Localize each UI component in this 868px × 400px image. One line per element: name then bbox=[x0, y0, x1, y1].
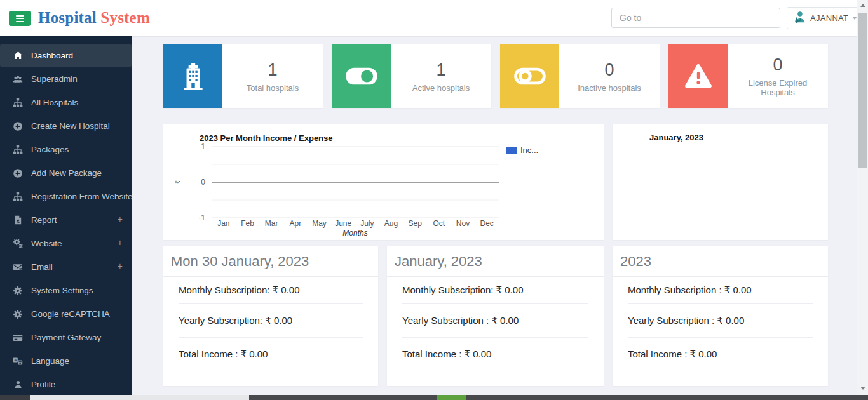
top-header: Hospital System AJANNAT bbox=[0, 0, 868, 36]
x-tick-label: Aug bbox=[384, 219, 398, 228]
warning-icon bbox=[668, 44, 728, 108]
sidebar-item-dashboard[interactable]: Dashboard bbox=[0, 44, 132, 67]
x-axis-title: Months bbox=[342, 229, 367, 237]
gear-icon bbox=[11, 309, 25, 319]
legend-swatch bbox=[506, 147, 517, 154]
sidebar-item-label: Profile bbox=[31, 380, 55, 389]
hospital-icon bbox=[163, 44, 222, 108]
user-name: AJANNAT bbox=[810, 13, 848, 23]
summary-row: Monthly Subscription : ₹ 0.00 bbox=[628, 277, 813, 304]
svg-text:A: A bbox=[14, 358, 17, 362]
line-chart-svg: 2023 Per Month Income / Expense10-1JanFe… bbox=[163, 124, 604, 240]
x-tick-label: Oct bbox=[433, 219, 445, 228]
pie-chart-title: January, 2023 bbox=[649, 133, 703, 142]
vertical-scrollbar-thumb[interactable] bbox=[858, 13, 867, 168]
main-content: 1 Total hospitals 1 Active hospitals 0 I… bbox=[132, 36, 857, 395]
summary-card-mon-30-january-2023: Mon 30 January, 2023 Monthly Subscriptio… bbox=[163, 246, 378, 386]
app-logo[interactable]: Hospital System bbox=[38, 9, 150, 27]
toggle-off-icon bbox=[500, 44, 559, 108]
expand-plus-icon[interactable]: + bbox=[118, 261, 123, 271]
sidebar-item-superadmin[interactable]: Superadmin bbox=[0, 67, 132, 91]
sidebar-item-label: Registration From Website bbox=[31, 192, 132, 201]
expand-plus-icon[interactable]: + bbox=[118, 237, 123, 248]
sidebar-item-packages[interactable]: Packages bbox=[0, 138, 132, 161]
stat-value: 0 bbox=[773, 55, 782, 74]
sidebar-item-registration-from-website[interactable]: Registration From Website bbox=[0, 185, 132, 208]
horizontal-scrollbar[interactable] bbox=[0, 395, 868, 400]
plus-circle-icon bbox=[11, 121, 25, 131]
user-icon bbox=[11, 380, 25, 389]
scroll-up-arrow-icon[interactable] bbox=[857, 0, 868, 11]
sidebar-item-google-recaptcha[interactable]: Google reCAPTCHA bbox=[0, 302, 132, 326]
sidebar-item-label: All Hospitals bbox=[31, 98, 78, 107]
plus-circle-icon bbox=[11, 168, 25, 178]
sidebar-item-label: System Settings bbox=[31, 286, 93, 295]
sidebar-item-language[interactable]: A Language bbox=[0, 349, 132, 373]
vertical-scrollbar[interactable] bbox=[857, 0, 868, 395]
income-expense-line-chart: 2023 Per Month Income / Expense10-1JanFe… bbox=[163, 124, 604, 243]
stat-card-license-expired-hospitals: 0 License Expired Hospitals bbox=[668, 44, 828, 108]
toggle-on-icon bbox=[332, 44, 391, 108]
summary-row: Yearly Subscription : ₹ 0.00 bbox=[628, 304, 813, 338]
stat-label: License Expired Hospitals bbox=[728, 78, 828, 97]
user-menu-button[interactable]: AJANNAT bbox=[787, 7, 864, 29]
sidebar-item-add-new-package[interactable]: Add New Package bbox=[0, 161, 132, 185]
sidebar-item-email[interactable]: Email + bbox=[0, 255, 132, 279]
sidebar-item-profile[interactable]: Profile bbox=[0, 373, 132, 395]
brand-word-1: Hospital bbox=[38, 9, 97, 26]
mail-icon bbox=[11, 262, 25, 272]
sidebar-item-label: Report bbox=[31, 215, 57, 225]
sidebar-item-label: Website bbox=[31, 239, 62, 248]
x-tick-label: Apr bbox=[289, 219, 301, 228]
stat-card-inactive-hospitals: 0 Inactive hospitals bbox=[500, 44, 660, 108]
sidebar-item-label: Create New Hospital bbox=[31, 121, 110, 131]
sidebar-item-label: Language bbox=[31, 356, 69, 366]
sidebar-item-system-settings[interactable]: System Settings bbox=[0, 279, 132, 302]
stat-card-active-hospitals: 1 Active hospitals bbox=[332, 44, 491, 108]
sitemap-icon bbox=[11, 145, 25, 155]
x-tick-label: Feb bbox=[241, 219, 254, 228]
stat-label: Active hospitals bbox=[409, 83, 473, 93]
summary-card-title: January, 2023 bbox=[387, 246, 604, 277]
language-icon: A bbox=[11, 356, 25, 366]
credit-card-icon bbox=[11, 333, 25, 343]
expand-plus-icon[interactable]: + bbox=[118, 214, 123, 224]
scrollbar-corner bbox=[0, 395, 30, 400]
summary-row: Yearly Subscription: ₹ 0.00 bbox=[179, 304, 363, 338]
x-tick-label: Nov bbox=[456, 219, 470, 228]
sidebar-item-label: Google reCAPTCHA bbox=[31, 309, 110, 319]
sidebar-item-payment-gateway[interactable]: Payment Gateway bbox=[0, 326, 132, 349]
stat-value: 1 bbox=[268, 60, 277, 79]
goto-search-input[interactable] bbox=[611, 8, 780, 28]
income-expense-chart-card: 2023 Per Month Income / Expense10-1JanFe… bbox=[163, 124, 604, 240]
taskbar-green-segment bbox=[437, 395, 466, 400]
summary-card-title: Mon 30 January, 2023 bbox=[163, 246, 378, 277]
y-tick-label: 0 bbox=[201, 178, 205, 187]
x-tick-label: July bbox=[360, 219, 374, 228]
stat-label: Inactive hospitals bbox=[574, 83, 645, 93]
sidebar-item-label: Superadmin bbox=[31, 74, 78, 84]
stat-value: 0 bbox=[604, 60, 614, 79]
sidebar-item-report[interactable]: Report + bbox=[0, 208, 132, 232]
summary-card-title: 2023 bbox=[613, 246, 828, 277]
summary-row: Total Income : ₹ 0.00 bbox=[628, 338, 813, 371]
sitemap-icon bbox=[11, 98, 25, 108]
scroll-down-arrow-icon[interactable] bbox=[857, 383, 868, 394]
sidebar-toggle-button[interactable] bbox=[9, 11, 31, 26]
chart-title: 2023 Per Month Income / Expense bbox=[200, 133, 333, 143]
summary-card-2023: 2023 Monthly Subscription : ₹ 0.00Yearly… bbox=[613, 246, 828, 386]
sidebar-nav: Dashboard Superadmin All Hospitals Creat… bbox=[0, 36, 132, 395]
summary-row: Total Income : ₹ 0.00 bbox=[402, 338, 588, 371]
sidebar-item-website[interactable]: Website + bbox=[0, 232, 132, 255]
horizontal-scrollbar-thumb[interactable] bbox=[30, 395, 249, 400]
summary-card-january-2023: January, 2023 Monthly Subscription: ₹ 0.… bbox=[387, 246, 604, 386]
sidebar-item-label: Packages bbox=[31, 145, 69, 154]
x-tick-label: June bbox=[335, 219, 351, 228]
month-pie-chart-card: January, 2023 bbox=[613, 124, 828, 240]
sidebar-item-create-new-hospital[interactable]: Create New Hospital bbox=[0, 114, 132, 138]
home-icon bbox=[11, 51, 25, 60]
x-tick-label: Dec bbox=[480, 219, 493, 228]
x-tick-label: May bbox=[312, 219, 327, 228]
sidebar-item-all-hospitals[interactable]: All Hospitals bbox=[0, 91, 132, 114]
x-tick-label: Mar bbox=[265, 219, 278, 228]
